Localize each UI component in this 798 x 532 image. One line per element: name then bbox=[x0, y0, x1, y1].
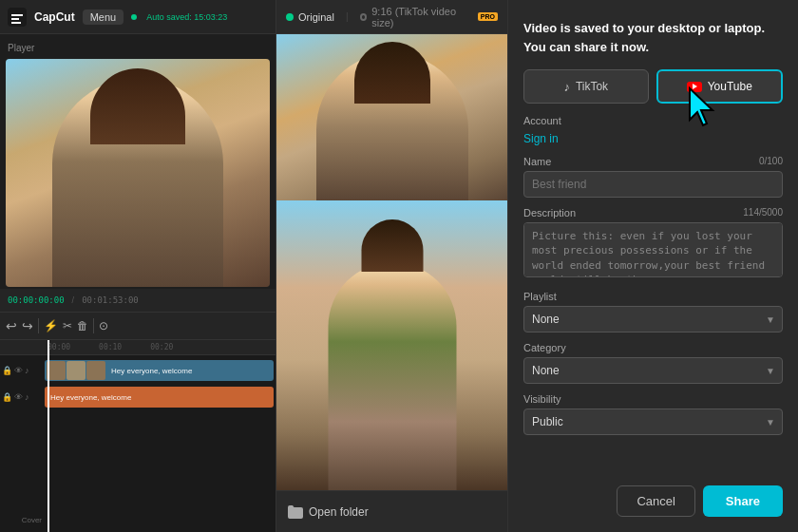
preview-panel: Original | 9:16 (TikTok video size) PRO … bbox=[276, 0, 508, 532]
app-header: CapCut Menu Auto saved: 15:03:23 bbox=[0, 0, 276, 34]
category-label: Category bbox=[523, 342, 783, 353]
cover-track: Cover bbox=[2, 516, 42, 524]
open-folder-button[interactable]: Open folder bbox=[288, 505, 369, 519]
capcut-logo-text: CapCut bbox=[34, 10, 75, 24]
visibility-label: Visibility bbox=[523, 393, 783, 405]
share-title: Video is saved to your desktop or laptop… bbox=[523, 19, 783, 56]
autosave-indicator bbox=[131, 14, 137, 20]
category-select[interactable]: None bbox=[523, 357, 783, 384]
description-count: 114/5000 bbox=[743, 207, 783, 218]
playlist-field-group: Playlist None ▼ bbox=[523, 291, 783, 332]
toolbar-divider-2 bbox=[93, 318, 94, 333]
time-separator: / bbox=[72, 295, 75, 305]
cover-text: Cover bbox=[22, 516, 42, 524]
track1-lock-icon[interactable]: 🔒 bbox=[2, 366, 12, 375]
tab-divider: | bbox=[346, 11, 349, 22]
zoom-icon[interactable]: ⊙ bbox=[99, 319, 108, 332]
track2-eye-icon[interactable]: 👁 bbox=[14, 392, 23, 402]
ruler-mark-10: 00:10 bbox=[99, 343, 122, 352]
preview-video-1 bbox=[276, 34, 507, 200]
share-panel: Video is saved to your desktop or laptop… bbox=[508, 0, 798, 532]
total-time: 00:01:53:00 bbox=[82, 295, 139, 305]
undo-icon[interactable]: ↩ bbox=[6, 318, 17, 333]
track2-audio-icon[interactable]: ♪ bbox=[25, 392, 29, 402]
name-input[interactable] bbox=[523, 171, 783, 198]
player-video bbox=[6, 59, 270, 287]
player-video-bg bbox=[6, 59, 270, 287]
trim-icon[interactable]: ✂ bbox=[63, 319, 72, 332]
track1-audio-icon[interactable]: ♪ bbox=[25, 366, 29, 375]
account-label: Account bbox=[523, 115, 783, 126]
delete-icon[interactable]: 🗑 bbox=[77, 319, 88, 332]
track1-label: Hey everyone, welcome bbox=[111, 367, 192, 375]
timeline-controls: 00:00:00:00 / 00:01:53:00 bbox=[0, 289, 276, 312]
timeline-section: 00:00 00:10 00:20 🔒 👁 ♪ Hey everyone, we… bbox=[0, 340, 276, 532]
thumb2 bbox=[66, 361, 86, 380]
visibility-select[interactable]: Public bbox=[523, 408, 783, 435]
visibility-field-group: Visibility Public ▼ bbox=[523, 393, 783, 435]
description-input[interactable]: Picture this: even if you lost your most… bbox=[523, 222, 783, 277]
share-button[interactable]: Share bbox=[703, 485, 783, 517]
split-icon[interactable]: ⚡ bbox=[44, 319, 58, 332]
cancel-button[interactable]: Cancel bbox=[617, 485, 694, 517]
track-controls-2: 🔒 👁 ♪ bbox=[2, 392, 42, 402]
capcut-logo-icon bbox=[8, 8, 27, 27]
track-content-2[interactable]: Hey everyone, welcome bbox=[45, 387, 274, 408]
track2-label: Hey everyone, welcome bbox=[50, 393, 131, 402]
track-thumbnails bbox=[47, 361, 105, 380]
tab-tiktok[interactable]: 9:16 (TikTok video size) PRO bbox=[360, 6, 498, 28]
folder-icon bbox=[288, 505, 303, 519]
tab-tiktok-label: 9:16 (TikTok video size) bbox=[371, 6, 473, 28]
cursor-overlay bbox=[680, 84, 730, 137]
autosave-text: Auto saved: 15:03:23 bbox=[146, 12, 227, 22]
action-buttons: Cancel Share bbox=[523, 485, 783, 517]
tab-original-radio bbox=[286, 13, 294, 21]
tiktok-button[interactable]: ♪ TikTok bbox=[523, 69, 649, 104]
ruler-mark-0: 00:00 bbox=[48, 343, 70, 352]
thumb1 bbox=[47, 361, 66, 380]
cover-label: Cover bbox=[2, 516, 42, 524]
redo-icon[interactable]: ↪ bbox=[22, 318, 33, 333]
track1-eye-icon[interactable]: 👁 bbox=[14, 366, 23, 375]
tab-original[interactable]: Original bbox=[286, 11, 334, 23]
name-label: Name bbox=[523, 156, 551, 167]
thumb3 bbox=[86, 361, 105, 380]
preview-person-2 bbox=[328, 262, 456, 490]
toolbar-divider-1 bbox=[38, 318, 39, 333]
track2-lock-icon[interactable]: 🔒 bbox=[2, 392, 12, 402]
cursor-arrow-icon bbox=[680, 84, 730, 133]
account-section: Account Sign in bbox=[523, 115, 783, 146]
track-row-1: 🔒 👁 ♪ Hey everyone, welcome bbox=[0, 357, 276, 384]
toolbar: ↩ ↪ ⚡ ✂ 🗑 ⊙ bbox=[0, 312, 276, 340]
player-section: Player bbox=[0, 34, 276, 59]
visibility-select-wrapper: Public ▼ bbox=[523, 408, 783, 435]
pro-badge: PRO bbox=[478, 12, 498, 21]
preview-tabs: Original | 9:16 (TikTok video size) PRO bbox=[276, 0, 507, 34]
playlist-select[interactable]: None bbox=[523, 306, 783, 332]
name-label-row: Name 0/100 bbox=[523, 156, 783, 167]
category-select-wrapper: None ▼ bbox=[523, 357, 783, 384]
tab-tiktok-radio bbox=[360, 13, 368, 21]
description-label: Description bbox=[523, 207, 576, 218]
playlist-select-wrapper: None ▼ bbox=[523, 306, 783, 332]
tiktok-label: TikTok bbox=[576, 80, 608, 93]
track-content-1[interactable]: Hey everyone, welcome bbox=[45, 360, 274, 381]
playlist-label: Playlist bbox=[523, 291, 783, 302]
desc-label-row: Description 114/5000 bbox=[523, 207, 783, 218]
open-folder-label: Open folder bbox=[309, 505, 369, 519]
timeline-ruler: 00:00 00:10 00:20 bbox=[0, 340, 276, 355]
description-field-group: Description 114/5000 Picture this: even … bbox=[523, 207, 783, 281]
svg-marker-4 bbox=[690, 88, 712, 125]
tiktok-icon: ♪ bbox=[563, 80, 570, 94]
name-count: 0/100 bbox=[759, 156, 783, 167]
preview-video-2 bbox=[276, 200, 507, 490]
preview-bottom: Open folder bbox=[276, 490, 507, 532]
platform-buttons: ♪ TikTok YouTube bbox=[523, 69, 783, 104]
player-label: Player bbox=[8, 43, 34, 53]
playhead bbox=[48, 340, 49, 532]
current-time: 00:00:00:00 bbox=[8, 295, 65, 305]
menu-button[interactable]: Menu bbox=[83, 10, 124, 25]
ruler-mark-20: 00:20 bbox=[150, 343, 173, 352]
editor-panel: Player 00:00:00:00 / 00:01:53:00 ↩ ↪ ⚡ ✂… bbox=[0, 34, 276, 532]
sign-in-link[interactable]: Sign in bbox=[523, 132, 559, 145]
